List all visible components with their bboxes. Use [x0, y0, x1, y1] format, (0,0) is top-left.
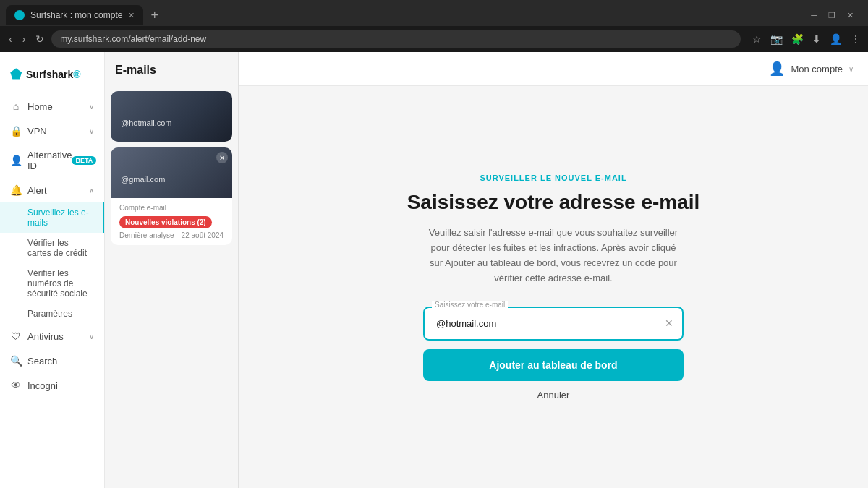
account-chevron-icon: ∨ [848, 65, 854, 73]
gmail-email: @gmail.com [121, 175, 165, 184]
address-bar-input[interactable] [51, 30, 741, 48]
account-label: Mon compte [791, 64, 843, 74]
form-subtitle: SURVEILLER LE NOUVEL E-MAIL [480, 174, 626, 182]
sidebar-item-alternative-id[interactable]: 👤 Alternative ID BETA [0, 143, 104, 178]
sidebar-item-parametres[interactable]: Paramètres [0, 304, 104, 324]
email-card-hotmail[interactable]: @hotmail.com [105, 91, 238, 142]
active-tab[interactable]: Surfshark : mon compte ✕ [6, 5, 143, 25]
violation-badge: Nouvelles violations (2) [119, 216, 212, 228]
sidebar-item-alert-label: Alert [27, 185, 47, 196]
main-content: 👤 Mon compte ∨ SURVEILLER LE NOUVEL E-MA… [239, 52, 868, 488]
email-input[interactable] [423, 307, 684, 341]
beta-badge: BETA [72, 156, 96, 165]
date-value: 22 août 2024 [182, 231, 224, 239]
sidebar-item-alternative-id-label: Alternative ID [27, 150, 72, 171]
sidebar-item-search[interactable]: 🔍 Search [0, 348, 104, 373]
download-icon[interactable]: ⬇ [811, 32, 822, 46]
profile-icon[interactable]: 👤 [828, 32, 843, 46]
gmail-card-label: Compte e-mail [119, 204, 224, 212]
sidebar-item-incogni-label: Incogni [27, 380, 58, 391]
sidebar-item-surveiller-emails[interactable]: Surveillez les e-mails [0, 202, 104, 233]
email-panel-title: E-mails [115, 64, 228, 77]
tab-close-button[interactable]: ✕ [128, 11, 135, 20]
incogni-icon: 👁 [10, 380, 22, 391]
close-window-button[interactable]: ✕ [844, 9, 856, 22]
sidebar-item-verifier-cartes[interactable]: Vérifier les cartes de crédit [0, 233, 104, 263]
bookmark-icon[interactable]: ☆ [751, 32, 763, 46]
sidebar-item-home-label: Home [27, 101, 53, 112]
vpn-icon: 🔒 [10, 125, 22, 137]
new-tab-button[interactable]: + [146, 8, 163, 23]
tab-favicon [14, 10, 25, 20]
sidebar-item-home[interactable]: ⌂ Home ∨ [0, 94, 104, 119]
logo-icon: ⬟ [10, 67, 22, 82]
form-description: Veuillez saisir l'adresse e-mail que vou… [423, 226, 684, 286]
sidebar-item-search-label: Search [27, 356, 57, 367]
minimize-button[interactable]: ─ [808, 9, 820, 22]
sidebar-item-antivirus-label: Antivirus [27, 331, 64, 342]
account-icon: 👤 [769, 61, 785, 77]
sidebar: ⬟ Surfshark® ⌂ Home ∨ 🔒 VPN ∨ 👤 Alternat… [0, 52, 105, 488]
menu-icon[interactable]: ⋮ [849, 32, 862, 46]
home-chevron-icon: ∨ [89, 103, 94, 111]
email-card-gmail[interactable]: ✕ @gmail.com Compte e-mail Nouvelles vio… [105, 147, 238, 245]
restore-button[interactable]: ❐ [825, 9, 838, 22]
search-icon: 🔍 [10, 355, 22, 367]
logo-text: Surfshark® [26, 69, 81, 80]
hotmail-email: @hotmail.com [121, 119, 171, 127]
home-icon: ⌂ [10, 100, 22, 112]
sidebar-item-vpn[interactable]: 🔒 VPN ∨ [0, 119, 104, 143]
refresh-button[interactable]: ↻ [33, 32, 47, 46]
alert-submenu: Surveillez les e-mails Vérifier les cart… [0, 202, 104, 324]
main-header: 👤 Mon compte ∨ [239, 52, 868, 86]
email-panel: E-mails @hotmail.com ✕ @gmail.com Compte… [105, 52, 239, 488]
back-button[interactable]: ‹ [6, 32, 15, 46]
forward-button[interactable]: › [20, 32, 29, 46]
sidebar-item-verifier-numeros[interactable]: Vérifier les numéros de sécurité sociale [0, 263, 104, 304]
cancel-link[interactable]: Annuler [537, 390, 570, 401]
email-input-label: Saisissez votre e-mail [432, 301, 508, 309]
form-title: Saisissez votre adresse e-mail [407, 191, 700, 214]
gmail-card-close-button[interactable]: ✕ [216, 152, 228, 163]
sidebar-item-vpn-label: VPN [27, 126, 47, 137]
tab-title: Surfshark : mon compte [30, 10, 122, 20]
sidebar-item-antivirus[interactable]: 🛡 Antivirus ∨ [0, 324, 104, 348]
logo: ⬟ Surfshark® [0, 61, 104, 94]
antivirus-icon: 🛡 [10, 330, 22, 342]
email-input-wrapper: Saisissez votre e-mail ✕ [423, 307, 684, 341]
alert-icon: 🔔 [10, 184, 22, 196]
clear-input-button[interactable]: ✕ [663, 316, 675, 330]
date-label: Dernière analyse [119, 231, 174, 239]
vpn-chevron-icon: ∨ [89, 127, 94, 135]
extensions-icon[interactable]: 🧩 [790, 32, 805, 46]
alternative-id-icon: 👤 [10, 155, 22, 166]
account-button[interactable]: 👤 Mon compte ∨ [769, 61, 854, 77]
sidebar-item-incogni[interactable]: 👁 Incogni [0, 373, 104, 398]
sidebar-item-alert[interactable]: 🔔 Alert ∧ [0, 178, 104, 202]
form-area: SURVEILLER LE NOUVEL E-MAIL Saisissez vo… [239, 86, 868, 488]
alert-chevron-icon: ∧ [89, 187, 94, 194]
add-to-dashboard-button[interactable]: Ajouter au tableau de bord [423, 349, 684, 381]
screenshot-icon[interactable]: 📷 [769, 32, 784, 46]
antivirus-chevron-icon: ∨ [89, 333, 94, 341]
